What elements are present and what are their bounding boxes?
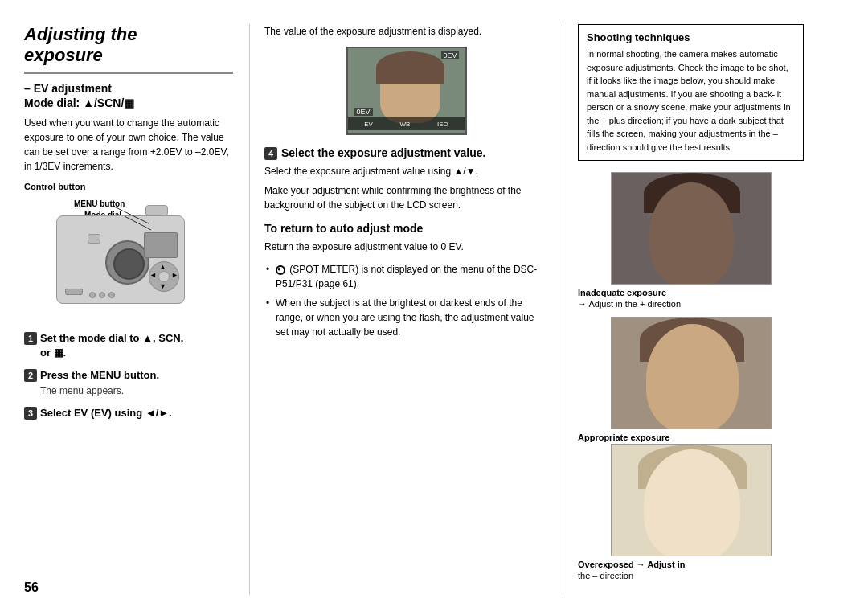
mode-dial-line: Mode dial: ▲/SCN/▦: [24, 96, 233, 109]
screen-bottom-bar: EV WB ISO: [348, 117, 465, 130]
shooting-techniques-box: Shooting techniques In normal shooting, …: [578, 24, 804, 161]
step-4-body-2: Make your adjustment while confirming th…: [264, 183, 548, 212]
photo1-caption: Inadequate exposure: [578, 288, 804, 297]
bullet-1: (SPOT METER) is not displayed on the men…: [264, 262, 548, 291]
step-4-body-1: Select the exposure adjustment value usi…: [264, 164, 548, 178]
screen-wb-label: WB: [399, 121, 410, 128]
preview-hair: [376, 51, 444, 84]
bottom-controls: [89, 292, 115, 298]
step-1-or: or ▦.: [40, 346, 183, 360]
step-3: 3 Select EV (EV) using ◄/►.: [24, 406, 233, 420]
menu-button-label: MENU button: [74, 199, 125, 208]
camera-flash: [88, 234, 100, 244]
auto-adjust-header: To return to auto adjust mode: [264, 222, 548, 235]
control-button-label: Control button: [24, 182, 233, 191]
step-4-container: 4 Select the exposure adjustment value. …: [264, 146, 548, 212]
right-column: Shooting techniques In normal shooting, …: [563, 24, 804, 595]
camera-lens-inner: [113, 248, 145, 280]
dpad-right-arrow: ►: [171, 271, 178, 279]
camera-body: ▲ ▼ ◄ ►: [56, 215, 185, 304]
photo1-arrow: → Adjust in the + direction: [578, 299, 804, 309]
mode-dial: [145, 205, 168, 216]
step-1-number: 1: [24, 332, 37, 345]
intro-text: The value of the exposure adjustment is …: [264, 24, 548, 39]
photo-overexposed: [611, 444, 772, 556]
bullet-2: When the subject is at the brightest or …: [264, 296, 548, 339]
step-3-number: 3: [24, 407, 37, 420]
dpad-left-arrow: ◄: [149, 271, 157, 279]
page-number: 56: [24, 572, 233, 595]
screen-preview: 0EV 0EV EV WB ISO: [346, 47, 467, 135]
middle-column: The value of the exposure adjustment is …: [249, 24, 563, 595]
ev-body-text: Used when you want to change the automat…: [24, 116, 233, 174]
photo3-face: [644, 449, 740, 556]
step-4-header: Select the exposure adjustment value.: [281, 146, 485, 159]
photo3-arrow: the – direction: [578, 571, 804, 580]
screen-ev-bar: 0EV: [354, 108, 373, 116]
ctrl-btn-3: [108, 292, 115, 298]
shooting-title: Shooting techniques: [587, 31, 795, 43]
page-title: Adjusting the exposure: [24, 24, 233, 74]
ctrl-btn-2: [99, 292, 105, 298]
photo-inadequate: [611, 172, 772, 285]
photo2-caption: Appropriate exposure: [578, 433, 804, 442]
step-4-number: 4: [264, 147, 277, 160]
left-column: Adjusting the exposure – EV adjustment M…: [24, 24, 249, 595]
photo2-face: [646, 324, 739, 429]
step-2-number: 2: [24, 369, 37, 382]
step-1-text: Set the mode dial to ▲, SCN,: [40, 331, 183, 346]
menu-button: [65, 289, 83, 295]
bullet-list: (SPOT METER) is not displayed on the men…: [264, 262, 548, 339]
step-2-sub: The menu appears.: [40, 384, 159, 398]
page-container: Adjusting the exposure – EV adjustment M…: [0, 0, 868, 611]
photo-appropriate: [611, 317, 772, 429]
step-3-text: Select EV (EV) using ◄/►.: [40, 406, 172, 420]
shooting-text: In normal shooting, the camera makes aut…: [587, 47, 795, 154]
step-2-text: Press the MENU button.: [40, 368, 159, 383]
camera-lens: [105, 240, 149, 285]
photo1-face: [649, 182, 734, 285]
screen-iso-label: ISO: [437, 121, 448, 128]
screen-ev-label: EV: [364, 121, 373, 128]
ev-adjustment-header: – EV adjustment: [24, 82, 233, 95]
spot-meter-icon: [276, 265, 285, 275]
photo3-caption: Overexposed → Adjust in: [578, 560, 804, 569]
step-4-header-row: 4 Select the exposure adjustment value.: [264, 146, 548, 164]
step-2: 2 Press the MENU button. The menu appear…: [24, 368, 233, 398]
screen-ev-indicator: 0EV: [441, 51, 458, 59]
ctrl-btn-1: [89, 292, 96, 298]
camera-dpad: ▲ ▼ ◄ ►: [149, 261, 179, 292]
auto-adjust-body: Return the exposure adjustment value to …: [264, 240, 548, 254]
dpad-down-arrow: ▼: [159, 282, 166, 290]
dpad-center: [158, 271, 170, 282]
step-1: 1 Set the mode dial to ▲, SCN, or ▦.: [24, 331, 233, 360]
auto-adjust-section: To return to auto adjust mode Return the…: [264, 222, 548, 339]
dpad-up-arrow: ▲: [159, 263, 166, 271]
camera-illustration: MENU button Mode dial ▲: [32, 199, 209, 320]
camera-screen: [144, 232, 178, 258]
